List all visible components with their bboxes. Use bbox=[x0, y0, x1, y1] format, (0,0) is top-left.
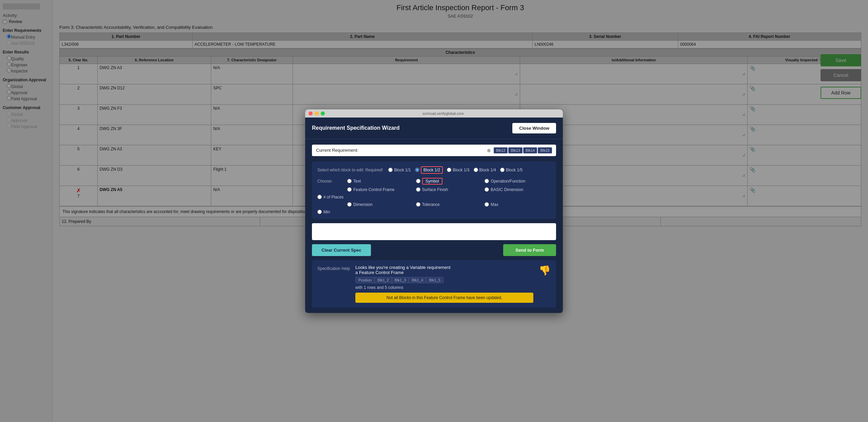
current-req-row: Current Requirement: ⊕ Blk12 Blk13 Blk14… bbox=[312, 145, 556, 156]
choose-row-2: Feature Control Frame Surface Finish BAS… bbox=[317, 187, 551, 199]
block-select-label: Select which block to edit: Required! bbox=[317, 168, 383, 172]
choose-max[interactable]: Max bbox=[485, 202, 551, 207]
help-rows-info: with 1 rows and 5 columns bbox=[355, 285, 533, 290]
block-tag-0: Blk12 bbox=[494, 147, 508, 153]
choose-text[interactable]: Text bbox=[347, 179, 413, 184]
current-req-label: Current Requirement: bbox=[316, 148, 358, 153]
block-option-4[interactable]: Block 1/4 bbox=[474, 168, 496, 172]
block-tag-2: Blk14 bbox=[523, 147, 537, 153]
block-option-5[interactable]: Block 1/5 bbox=[500, 168, 522, 172]
help-title: Looks like you're creating a Variable re… bbox=[355, 265, 533, 275]
help-label: Specification Help bbox=[317, 265, 350, 271]
block-selector-section: Select which block to edit: Required! Bl… bbox=[312, 162, 556, 219]
req-icon: ⊕ bbox=[487, 148, 491, 153]
help-col-pos: Position bbox=[356, 277, 375, 283]
choose-dimension[interactable]: Dimension bbox=[347, 202, 413, 207]
thumbs-down-icon: 👎 bbox=[539, 265, 551, 276]
block-option-1[interactable]: Block 1/1 bbox=[388, 168, 411, 172]
close-window-button[interactable]: Close Window bbox=[512, 123, 556, 133]
choose-row-3: Dimension Tolerance Max Min bbox=[317, 202, 551, 214]
choose-basic[interactable]: BASIC Dimension bbox=[485, 187, 551, 192]
choose-surface[interactable]: Surface Finish bbox=[416, 187, 482, 192]
text-input-area[interactable] bbox=[312, 223, 556, 240]
choose-operation[interactable]: Operation/Function bbox=[485, 179, 551, 184]
choose-label: Choose: bbox=[317, 179, 344, 184]
block-option-2[interactable]: Block 1/2 bbox=[415, 166, 443, 174]
modal-title: Requirement Specification Wizard bbox=[312, 125, 400, 131]
modal-overlay: scrmuat.verifyglobal.com Requirement Spe… bbox=[0, 0, 868, 422]
block-tags: Blk12 Blk13 Blk14 Blk15 bbox=[494, 147, 552, 153]
modal: scrmuat.verifyglobal.com Requirement Spe… bbox=[305, 109, 563, 313]
help-warning: Not all Blocks in this Feature Control F… bbox=[355, 293, 533, 303]
modal-body: Current Requirement: ⊕ Blk12 Blk13 Blk14… bbox=[305, 139, 563, 313]
chrome-url: scrmuat.verifyglobal.com bbox=[327, 111, 559, 115]
help-col-blk4: Blk1_4 bbox=[409, 277, 426, 283]
help-col-blk3: Blk1_3 bbox=[392, 277, 409, 283]
chrome-yellow-dot[interactable] bbox=[315, 111, 319, 115]
help-col-blk5: Blk1_5 bbox=[426, 277, 443, 283]
send-form-button[interactable]: Send to Form bbox=[503, 244, 556, 256]
help-section: Specification Help Looks like you're cre… bbox=[312, 260, 556, 308]
block-tag-3: Blk15 bbox=[538, 147, 552, 153]
modal-footer-buttons: Clear Current Spec Send to Form bbox=[312, 244, 556, 256]
choose-tolerance[interactable]: Tolerance bbox=[416, 202, 482, 207]
block-select-row: Select which block to edit: Required! Bl… bbox=[317, 166, 551, 174]
chrome-green-dot[interactable] bbox=[321, 111, 325, 115]
choose-row: Choose: Text Symbol Operation/Function bbox=[317, 178, 551, 185]
choose-fcf[interactable]: Feature Control Frame bbox=[347, 187, 413, 192]
help-content: Looks like you're creating a Variable re… bbox=[355, 265, 533, 303]
chrome-red-dot[interactable] bbox=[309, 111, 313, 115]
choose-min[interactable]: Min bbox=[317, 210, 344, 214]
block-option-3[interactable]: Block 1/3 bbox=[447, 168, 469, 172]
help-table-preview: Position Blk1_2 Blk1_3 Blk1_4 Blk1_5 bbox=[355, 277, 443, 283]
window-chrome: scrmuat.verifyglobal.com bbox=[305, 109, 563, 118]
current-req-input[interactable] bbox=[361, 148, 484, 153]
help-col-blk2: Blk1_2 bbox=[375, 277, 392, 283]
clear-spec-button[interactable]: Clear Current Spec bbox=[312, 244, 371, 256]
choose-symbol[interactable]: Symbol bbox=[416, 178, 482, 185]
choose-places[interactable]: # of Places bbox=[317, 195, 344, 199]
modal-header: Requirement Specification Wizard Close W… bbox=[305, 118, 563, 139]
block-tag-1: Blk13 bbox=[508, 147, 522, 153]
block-options: Block 1/1 Block 1/2 Block 1/3 Block 1/4 bbox=[388, 166, 522, 174]
